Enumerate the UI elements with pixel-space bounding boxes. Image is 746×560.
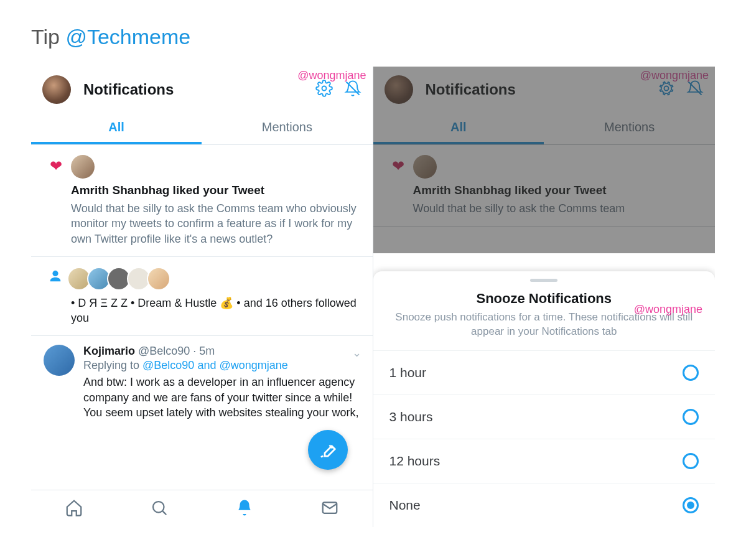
tip-line: Tip @Techmeme [31,25,715,49]
top-bar: Notifications @wongmjane [373,67,716,110]
mute-bell-icon[interactable] [344,80,361,100]
option-label: 1 hour [389,365,427,380]
follower-avatar[interactable] [147,267,170,291]
liker-avatar[interactable] [413,155,437,179]
replying-to-links[interactable]: @Belco90 and @wongmjane [142,359,288,371]
reply-avatar[interactable] [44,345,75,376]
like-body: Would that be silly to ask the Comms tea… [71,201,360,246]
liker-avatar[interactable] [71,155,95,179]
replying-to: Replying to @Belco90 and @wongmjane [83,359,360,372]
profile-avatar[interactable] [42,75,71,104]
radio-icon [683,453,699,469]
tabs: All Mentions [373,110,716,145]
snooze-option-3h[interactable]: 3 hours [373,394,716,439]
svg-point-0 [322,86,326,91]
person-icon [49,269,62,287]
page-title: Notifications [426,81,516,98]
snooze-option-none[interactable]: None [373,483,716,527]
like-title: Amrith Shanbhag liked your Tweet [71,184,360,197]
bottom-nav [31,490,373,527]
radio-icon [683,409,699,425]
snooze-option-1h[interactable]: 1 hour [373,350,716,394]
settings-icon[interactable] [658,80,675,100]
home-icon[interactable] [65,498,83,520]
sheet-subtitle: Snooze push notifications for a time. Th… [373,307,716,350]
bell-icon[interactable] [235,498,254,520]
snooze-sheet: Snooze Notifications Snooze push notific… [373,271,716,527]
settings-icon[interactable] [315,80,333,100]
follow-line: • D Я Ξ Z Z • Dream & Hustle 💰 • and 16 … [71,296,360,326]
svg-line-3 [162,511,166,515]
reply-tweet[interactable]: Kojimario @Belco90 · 5m Replying to @Bel… [31,336,373,422]
top-bar: Notifications @wongmjane [31,67,373,110]
snooze-option-12h[interactable]: 12 hours [373,439,716,483]
like-body: Would that be silly to ask the Comms tea… [413,201,703,216]
heart-icon: ❤ [392,157,404,175]
reply-header: Kojimario @Belco90 · 5m [83,345,360,358]
option-label: None [389,498,421,513]
reply-meta: @Belco90 · 5m [138,345,215,357]
sheet-drag-handle[interactable] [530,279,557,282]
compose-button[interactable] [308,430,348,470]
tab-mentions[interactable]: Mentions [544,110,715,144]
follower-avatars [71,267,360,291]
screenshot-left: Notifications @wongmjane All Mentions ❤ [31,67,373,527]
tab-all[interactable]: All [373,110,544,144]
profile-avatar[interactable] [385,75,413,104]
tab-all[interactable]: All [31,110,202,144]
reply-username[interactable]: Kojimario [83,345,135,357]
notification-like[interactable]: ❤ Amrith Shanbhag liked your Tweet Would… [373,145,716,226]
mute-bell-icon[interactable] [686,80,704,100]
radio-icon [683,365,699,381]
like-title: Amrith Shanbhag liked your Tweet [413,184,703,197]
svg-point-2 [153,502,164,513]
chevron-down-icon[interactable]: ⌄ [352,346,361,360]
svg-point-5 [664,86,669,91]
radio-selected-icon [683,497,699,513]
tabs: All Mentions [31,110,373,145]
option-label: 12 hours [389,454,441,469]
tip-prefix: Tip [31,25,65,49]
tab-mentions[interactable]: Mentions [202,110,372,144]
option-label: 3 hours [389,409,433,424]
notification-follow[interactable]: • D Я Ξ Z Z • Dream & Hustle 💰 • and 16 … [31,257,373,337]
search-icon[interactable] [150,498,169,520]
notification-like[interactable]: ❤ Amrith Shanbhag liked your Tweet Would… [31,145,373,257]
reply-body: And btw: I work as a developer in an inf… [83,375,360,420]
screenshot-right: Notifications @wongmjane All [373,67,716,527]
heart-icon: ❤ [50,157,62,175]
page-title: Notifications [83,81,174,98]
mail-icon[interactable] [320,498,339,520]
watermark: @wongmjane [634,302,702,317]
tip-handle[interactable]: @Techmeme [65,25,190,49]
